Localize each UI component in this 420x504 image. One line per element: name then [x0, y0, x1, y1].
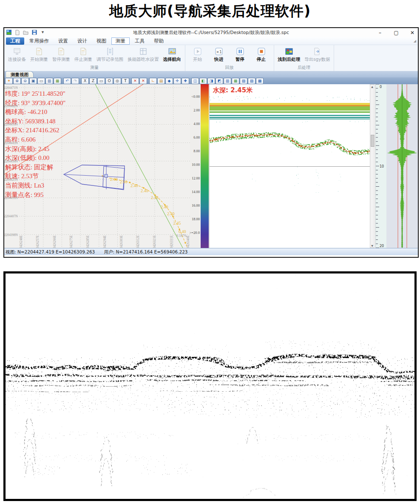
- track-depth-label: 0.40: [179, 229, 186, 234]
- depth-ruler: 01020: [375, 84, 386, 248]
- seismic-profile-image: [3, 271, 417, 501]
- colorbar-label: 6.00: [185, 135, 200, 140]
- image-view-icon[interactable]: ▦: [54, 78, 61, 84]
- mosaic-icon: [285, 47, 293, 56]
- menu-item-工具[interactable]: 工具: [131, 37, 149, 45]
- save-view-icon[interactable]: ◆: [165, 78, 173, 84]
- telemetry-line: 坐标Y: 569389.148: [5, 117, 133, 126]
- track-depth-label: 2.40: [131, 183, 138, 188]
- depth-colorbar: <0.002.004.006.008.0010.0012.0014.0016.0…: [190, 84, 209, 248]
- layout-5-icon[interactable]: ▥: [224, 78, 231, 84]
- ribbon-collapse-icon[interactable]: ◢: [414, 39, 416, 43]
- mark-dot-icon[interactable]: ◎: [114, 78, 121, 84]
- picture-icon: [168, 47, 176, 56]
- menu-item-视图[interactable]: 视图: [92, 37, 111, 45]
- track-depth-label: 2.40: [141, 188, 148, 193]
- layout-3-icon[interactable]: ◨: [207, 78, 215, 84]
- ribbon-button-调节记录范围[interactable]: 调节记录范围: [94, 47, 125, 63]
- pan-hand-icon[interactable]: ✦: [5, 78, 13, 84]
- play-icon: [193, 47, 202, 56]
- note-icon: [57, 47, 65, 56]
- ribbon-button-停止[interactable]: 停止: [251, 47, 272, 63]
- map-x-axis-label: 10426285E: [86, 235, 90, 248]
- menu-item-设置[interactable]: 设置: [54, 37, 72, 45]
- menu-item-常用操作[interactable]: 常用操作: [25, 37, 53, 45]
- pane-view-icon[interactable]: ▥: [45, 78, 53, 84]
- center-target-icon[interactable]: ✛: [173, 78, 181, 84]
- colorbar-label: <0.00: [185, 94, 200, 99]
- angle-icon[interactable]: ∟: [149, 78, 157, 84]
- map-x-axis-label: 10426331E: [170, 235, 173, 248]
- delete-all-icon[interactable]: ✕: [139, 78, 147, 84]
- move-icon[interactable]: ✚: [182, 78, 189, 84]
- zoom-window-icon[interactable]: ▣: [29, 78, 37, 84]
- menu-item-工程[interactable]: 工程: [6, 37, 24, 45]
- colorbar-label: 14.00: [185, 190, 200, 194]
- ruler-label: 20: [380, 244, 384, 248]
- telemetry-line: 坐标X: 2147416.262: [5, 126, 133, 135]
- layout-9-icon[interactable]: ▩: [256, 78, 264, 84]
- layout-6-icon[interactable]: ▦: [232, 78, 239, 84]
- ribbon-button-开始测量[interactable]: 开始测量: [28, 47, 50, 63]
- ribbon-button-停止测量[interactable]: 停止测量: [72, 47, 94, 63]
- ribbon-button-连接设备[interactable]: 连接设备: [6, 47, 28, 63]
- layout-1-icon[interactable]: ◫: [191, 78, 199, 84]
- colorbar-label: 12.00: [185, 176, 200, 180]
- scroll-down-icon[interactable]: ▼: [370, 244, 374, 247]
- ribbon-group-label: 测量: [4, 65, 185, 71]
- device-icon: [13, 47, 21, 56]
- menu-item-帮助[interactable]: 帮助: [150, 37, 168, 45]
- full-extent-icon[interactable]: ▭: [37, 78, 45, 84]
- ribbon-button-label: 连接设备: [8, 57, 26, 63]
- page-title: 地质大师(导航采集后处理软件): [0, 0, 420, 22]
- redo-icon[interactable]: ↷: [71, 78, 79, 84]
- layout-4-icon[interactable]: ◩: [216, 78, 223, 84]
- echogram-scrollbar[interactable]: ▲ ▼: [370, 84, 375, 248]
- scrollbar-thumb[interactable]: [371, 135, 375, 147]
- map-y-axis-label: 2204425N: [4, 178, 18, 182]
- ribbon-group-后处理: 浅剖后处理导出sgy数据后处理: [274, 45, 335, 71]
- telemetry-line: 纬度: 19° 25'11.48520'': [5, 89, 133, 99]
- colorbar-label: 4.00: [185, 122, 200, 126]
- ribbon-button-label: 快进: [214, 57, 223, 63]
- layout-7-icon[interactable]: ▧: [240, 78, 247, 84]
- ribbon-button-label: 选择航向: [163, 57, 181, 63]
- echogram-view[interactable]: 水深: 2.45米: [209, 84, 370, 248]
- layers-icon[interactable]: ▤: [157, 78, 165, 84]
- mark-z-icon[interactable]: Z: [89, 78, 97, 84]
- ribbon-button-换能器吃水设置[interactable]: 换能器吃水设置: [125, 47, 161, 63]
- menu-item-设计[interactable]: 设计: [73, 37, 91, 45]
- layout-8-icon[interactable]: ▨: [248, 78, 255, 84]
- ribbon-button-浅剖后处理[interactable]: 浅剖后处理: [276, 47, 303, 63]
- app-window: ▼ 地质大师浅剖测量后处理软件--C:/Users/52795/Desktop/…: [3, 27, 419, 258]
- ribbon-button-label: 换能器吃水设置: [128, 57, 159, 63]
- ribbon-button-label: 导出sgy数据: [304, 57, 330, 63]
- mark-circle-icon[interactable]: O: [105, 78, 113, 84]
- tab-measure-view[interactable]: 测量视图: [6, 71, 34, 77]
- export-icon: [313, 47, 321, 56]
- map-y-axis-label: 2204462N: [4, 104, 18, 108]
- zoom-out-icon[interactable]: ⊖: [21, 78, 29, 84]
- menu-item-测量[interactable]: 测量: [111, 37, 130, 45]
- minimize-button[interactable]: –: [377, 30, 383, 36]
- delete-point-icon[interactable]: ✕: [131, 78, 139, 84]
- ribbon-button-暂停测量[interactable]: 暂停测量: [50, 47, 72, 63]
- mark-rect-icon[interactable]: ▭: [97, 78, 105, 84]
- text-tool-icon[interactable]: T: [122, 78, 129, 84]
- mark-x-icon[interactable]: X: [81, 78, 89, 84]
- scroll-up-icon[interactable]: ▲: [370, 85, 374, 88]
- map-y-axis-label: 2204443N: [4, 141, 18, 145]
- restore-button[interactable]: ▢: [393, 30, 399, 36]
- close-button[interactable]: ✕: [409, 30, 415, 36]
- ribbon-button-选择航向[interactable]: 选择航向: [161, 47, 183, 63]
- map-view[interactable]: 纬度: 19° 25'11.48520''经度: 93° 39'39.47400…: [4, 84, 190, 248]
- zoom-in-icon[interactable]: ⊕: [13, 78, 21, 84]
- colorbar-label: 10.00: [185, 162, 200, 167]
- ribbon-button-开始[interactable]: 开始: [187, 47, 208, 63]
- ribbon-button-快进[interactable]: ×1快进: [208, 47, 230, 63]
- status-user-coords: 用户: N=2147416.164 E=569406.223: [104, 249, 188, 254]
- ribbon-button-导出sgy数据[interactable]: 导出sgy数据: [302, 47, 332, 63]
- layout-2-icon[interactable]: ◧: [199, 78, 207, 84]
- ribbon-button-暂停[interactable]: 暂停: [230, 47, 251, 63]
- undo-icon[interactable]: ↶: [63, 78, 71, 84]
